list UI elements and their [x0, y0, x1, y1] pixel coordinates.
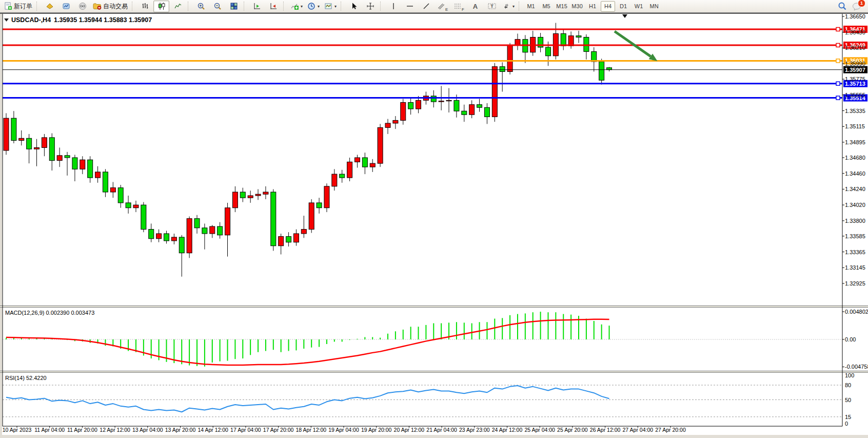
autotrading-button[interactable]: 自动交易 [91, 1, 130, 12]
date-tick-label: 20 Apr 12:00 [394, 427, 425, 433]
zoom-out-icon [213, 2, 222, 10]
date-tick-label: 24 Apr 12:00 [492, 427, 523, 433]
price-tick-label: 1.35555 [845, 92, 865, 98]
crosshair-button[interactable] [362, 1, 378, 12]
resistance-line-1-handle[interactable] [836, 27, 840, 31]
fibonacci-button[interactable]: F [451, 1, 467, 12]
autotrading-label: 自动交易 [103, 2, 128, 11]
zoom-in-button[interactable] [193, 1, 209, 12]
templates-button[interactable]: ▾ [322, 1, 339, 12]
date-tick-label: 17 Apr 04:00 [230, 427, 261, 433]
date-tick-label: 26 Apr 12:00 [590, 427, 621, 433]
date-tick-label: 13 Apr 20:00 [165, 427, 196, 433]
tile-windows-button[interactable] [226, 1, 242, 12]
chat-icon[interactable]: 1 [852, 2, 862, 11]
timeframe-d1-button[interactable]: D1 [616, 1, 630, 12]
signals-icon [78, 2, 87, 10]
timeframe-m30-button[interactable]: M30 [570, 1, 584, 12]
new-order-button[interactable]: 新订单 [2, 1, 34, 12]
bar-chart-icon [141, 2, 149, 10]
market-watch-icon [46, 2, 54, 10]
timeframe-h1-button[interactable]: H1 [585, 1, 600, 12]
price-tick-label: 1.33585 [845, 233, 865, 239]
price-tick-label: 1.34020 [845, 202, 865, 208]
timeframe-mn-button[interactable]: MN [647, 1, 661, 12]
timeframe-h4-button[interactable]: H4 [601, 1, 615, 12]
periods-dropdown-caret: ▾ [318, 4, 320, 9]
zoom-out-button[interactable] [209, 1, 225, 12]
market-watch-button[interactable] [42, 1, 57, 12]
indicators-dropdown-caret: ▾ [301, 4, 303, 9]
vertical-line-button[interactable] [385, 1, 401, 12]
timeframe-w1-button[interactable]: W1 [632, 1, 646, 12]
timeframe-m15-button[interactable]: M15 [555, 1, 569, 12]
notification-badge: 1 [858, 0, 865, 7]
toolbar-separator [188, 2, 191, 11]
date-tick-label: 10 Apr 2023 [3, 427, 32, 433]
resistance-line-2-handle[interactable] [836, 43, 840, 47]
text-label-icon: T [487, 2, 497, 10]
zoom-in-icon [197, 2, 205, 10]
toolbar-separator [244, 2, 247, 11]
auto-scroll-button[interactable] [265, 1, 281, 12]
arrows-icon [502, 2, 510, 10]
date-tick-label: 11 Apr 20:00 [67, 427, 97, 433]
horizontal-line-button[interactable] [402, 1, 418, 12]
text-label-button[interactable]: T [484, 1, 500, 12]
support-line-1-handle[interactable] [836, 82, 840, 85]
tile-windows-icon [230, 2, 238, 10]
templates-dropdown-caret: ▾ [334, 4, 337, 9]
signals-button[interactable] [74, 1, 90, 12]
support-line-2-handle[interactable] [836, 96, 840, 100]
toolbar-separator [132, 2, 135, 11]
cursor-button[interactable] [346, 1, 362, 12]
channel-icon [437, 2, 446, 10]
chart-shift-button[interactable] [249, 1, 265, 12]
price-tick-label: 1.36650 [845, 13, 865, 20]
text-icon: A [473, 3, 478, 10]
trendline-button[interactable] [418, 1, 434, 12]
date-tick-label: 25 Apr 20:00 [557, 427, 588, 433]
crosshair-icon [366, 2, 374, 10]
pivot-line-handle[interactable] [836, 59, 840, 63]
toolbar-separator [341, 2, 344, 11]
panel-splitter[interactable] [0, 306, 868, 308]
macd-axis-label: -0.004758 [845, 364, 868, 370]
panel-splitter[interactable] [0, 371, 868, 373]
periods-button[interactable]: ▾ [305, 1, 322, 12]
text-button[interactable]: A [467, 1, 483, 12]
horizontal-line-icon [406, 2, 414, 10]
arrows-button[interactable]: ▾ [500, 1, 517, 12]
candlestick-chart-icon [157, 2, 166, 10]
date-tick-label: 27 Apr 20:00 [655, 427, 686, 433]
date-tick-label: 13 Apr 04:00 [132, 427, 163, 433]
price-tick-label: 1.34895 [845, 139, 865, 145]
candlestick-chart-button[interactable] [153, 1, 169, 12]
date-tick-label: 19 Apr 04:00 [328, 427, 359, 433]
autotrading-icon [93, 2, 102, 10]
indicators-button[interactable]: ▾ [288, 1, 305, 12]
new-order-label: 新订单 [14, 2, 32, 11]
window-left-edge [0, 14, 2, 438]
current-price-line-price-label: 1.35907 [845, 67, 865, 73]
search-icon[interactable] [838, 2, 847, 11]
rsi-axis-label: 15 [845, 414, 851, 420]
price-tick-label: 1.36430 [845, 29, 865, 35]
macd-label: MACD(12,26,9) 0.002390 0.003473 [5, 310, 94, 316]
timeframe-m5-button[interactable]: M5 [539, 1, 554, 12]
timeframe-toolbar: M1M5M15M30H1H4D1W1MN [524, 1, 661, 12]
line-chart-icon [174, 2, 182, 10]
timeframe-m1-button[interactable]: M1 [524, 1, 538, 12]
vertical-line-icon [390, 2, 397, 10]
line-chart-button[interactable] [170, 1, 186, 12]
date-tick-label: 25 Apr 04:00 [524, 427, 555, 433]
toolbar-separator [380, 2, 383, 11]
channel-button[interactable]: E [435, 1, 450, 12]
bar-chart-button[interactable] [137, 1, 153, 12]
chart-window-button[interactable] [58, 1, 74, 12]
cursor-icon [350, 2, 358, 10]
chart-canvas[interactable]: 1.364711.362491.360311.359071.357131.355… [0, 13, 868, 438]
toolbar-separator [283, 2, 286, 11]
chart-shift-icon [253, 2, 261, 10]
date-axis[interactable]: 10 Apr 202311 Apr 04:0011 Apr 20:0012 Ap… [3, 426, 686, 433]
